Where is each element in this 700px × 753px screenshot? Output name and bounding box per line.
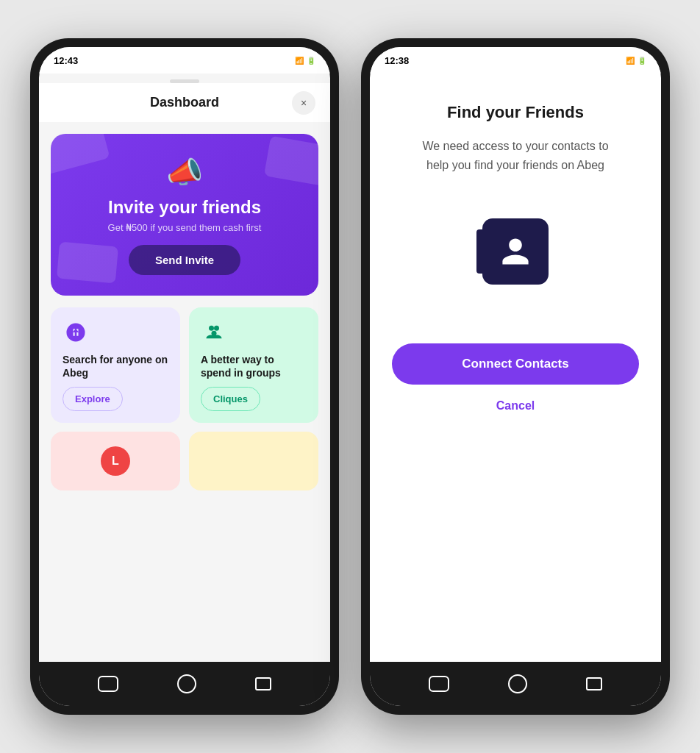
- cliques-icon: [201, 319, 227, 346]
- bottom-card-yellow: [189, 432, 318, 490]
- contacts-icon-wrap: [482, 218, 549, 285]
- status-icons-right: 📶 🔋: [626, 57, 646, 65]
- close-button[interactable]: ×: [292, 91, 315, 115]
- close-icon: ×: [301, 97, 307, 109]
- invite-subtitle: Get ₦500 if you send them cash first: [108, 222, 262, 233]
- find-friends-title: Find your Friends: [447, 103, 584, 122]
- invite-banner: 📣 Invite your friends Get ₦500 if you se…: [51, 134, 318, 296]
- nav-bar-right: [370, 662, 661, 706]
- status-icons: 📶 🔋: [295, 57, 315, 65]
- status-bar-right: 12:38 📶 🔋: [370, 47, 661, 74]
- phone-find-friends: 12:38 📶 🔋 Find your Friends We need acce…: [361, 38, 670, 715]
- status-bar-left: 12:43 📶 🔋: [39, 47, 330, 74]
- find-friends-description: We need access to your contacts to help …: [420, 137, 611, 174]
- nav-home-icon[interactable]: [177, 674, 196, 693]
- explore-icon: [63, 319, 89, 346]
- search-card: Search for anyone on Abeg Explore: [51, 307, 180, 423]
- status-time-right: 12:38: [385, 55, 409, 66]
- nav-bar-left: [39, 662, 330, 706]
- avatar-l: L: [101, 446, 130, 476]
- megaphone-icon: 📣: [166, 155, 203, 190]
- svg-point-1: [209, 326, 214, 331]
- cancel-button[interactable]: Cancel: [496, 399, 535, 413]
- nav-back-icon-right[interactable]: [586, 677, 602, 690]
- cliques-card: A better way to spend in groups Cliques: [189, 307, 318, 423]
- dashboard-title: Dashboard: [150, 95, 219, 110]
- nav-home-icon-right[interactable]: [508, 674, 527, 693]
- dashboard-content: 📣 Invite your friends Get ₦500 if you se…: [39, 122, 330, 662]
- status-time: 12:43: [54, 55, 78, 66]
- cliques-card-text: A better way to spend in groups: [201, 353, 307, 379]
- bottom-card-grid: L: [51, 432, 318, 490]
- search-card-text: Search for anyone on Abeg: [63, 353, 168, 379]
- bottom-card-red: L: [51, 432, 180, 490]
- avatar-initial: L: [112, 454, 119, 468]
- person-icon: [499, 235, 532, 268]
- explore-button[interactable]: Explore: [63, 387, 123, 411]
- dashboard-header: Dashboard ×: [39, 83, 330, 122]
- connect-contacts-button[interactable]: Connect Contacts: [392, 343, 639, 385]
- find-friends-content: Find your Friends We need access to your…: [370, 74, 661, 662]
- phone-dashboard: 12:43 📶 🔋 Dashboard × �: [30, 38, 339, 715]
- contacts-book-icon: [482, 218, 549, 285]
- note-card-1: [51, 134, 110, 175]
- nav-square-icon[interactable]: [98, 676, 118, 692]
- send-invite-button[interactable]: Send Invite: [129, 245, 240, 275]
- signal-icon-right: 📶: [626, 57, 635, 65]
- cliques-button[interactable]: Cliques: [201, 387, 260, 411]
- nav-back-icon[interactable]: [255, 677, 271, 690]
- signal-icon: 📶: [295, 57, 304, 65]
- invite-title: Invite your friends: [108, 197, 261, 218]
- battery-icon-right: 🔋: [638, 57, 646, 65]
- note-card-2: [264, 136, 318, 188]
- battery-icon: 🔋: [307, 57, 315, 65]
- nav-square-icon-right[interactable]: [429, 676, 449, 692]
- card-grid: Search for anyone on Abeg Explore A bett…: [51, 307, 318, 423]
- note-card-3: [57, 242, 118, 284]
- svg-point-2: [214, 326, 219, 331]
